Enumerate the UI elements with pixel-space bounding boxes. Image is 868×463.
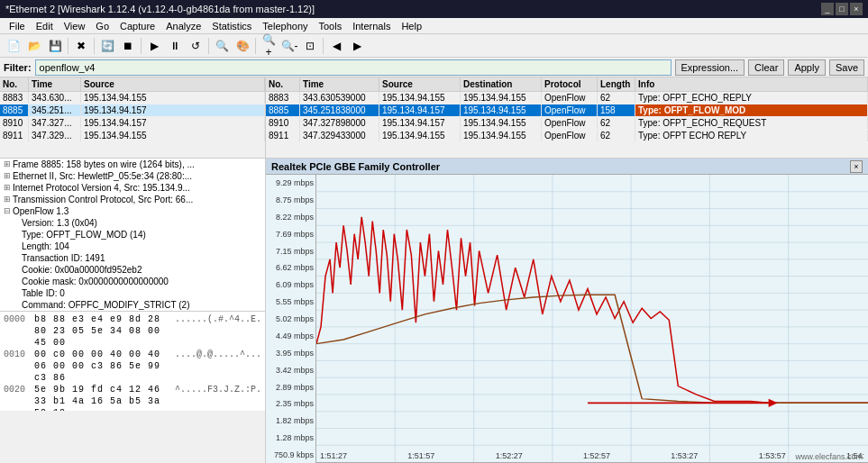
- cell-no: 8885: [266, 104, 300, 116]
- expand-icon[interactable]: ⊞: [4, 171, 13, 180]
- hex-row: 0000 b8 88 e3 e4 e9 8d 28 80 23 05 5e 34…: [4, 313, 261, 349]
- menu-file[interactable]: File: [4, 18, 31, 33]
- toolbar-colorize[interactable]: 🎨: [233, 36, 252, 56]
- y-label: 9.29 mbps: [268, 178, 314, 187]
- detail-cookie-mask[interactable]: Cookie mask: 0x0000000000000000: [0, 276, 265, 287]
- toolbar-restart[interactable]: ↺: [186, 36, 206, 56]
- toolbar-stop-capture[interactable]: ⏸: [165, 36, 185, 56]
- expand-icon[interactable]: ⊞: [4, 159, 13, 168]
- cell-src: 195.134.94.157: [379, 104, 461, 116]
- menu-statistics[interactable]: Statistics: [206, 18, 257, 33]
- detail-tcp[interactable]: ⊞ Transmission Control Protocol, Src Por…: [0, 194, 265, 205]
- menu-help[interactable]: Help: [396, 18, 427, 33]
- x-label: 1:51:57: [407, 451, 434, 460]
- menu-view[interactable]: View: [59, 18, 91, 33]
- packet-row[interactable]: 8911 347.329433000 195.134.94.155 195.13…: [266, 130, 868, 142]
- maximize-button[interactable]: □: [836, 3, 848, 15]
- menu-analyze[interactable]: Analyze: [160, 18, 206, 33]
- toolbar-forward[interactable]: ▶: [347, 36, 367, 56]
- detail-of-cookiemask: Cookie mask: 0x0000000000000000: [22, 277, 169, 286]
- menu-internals[interactable]: Internals: [347, 18, 396, 33]
- cell-time: 343.630539000: [300, 92, 379, 104]
- cell-dst: 195.134.94.155: [461, 92, 542, 104]
- expand-icon[interactable]: ⊞: [4, 195, 13, 204]
- packet-row[interactable]: 8883 343.630... 195.134.94.155: [0, 92, 265, 104]
- packet-row[interactable]: 8911 347.329... 195.134.94.155: [0, 130, 265, 142]
- watermark: www.elecfans.com: [795, 452, 863, 461]
- toolbar-reload[interactable]: 🔄: [97, 36, 117, 56]
- cell-proto: OpenFlow: [542, 104, 598, 116]
- toolbar-start-capture[interactable]: ▶: [144, 36, 164, 56]
- toolbar-back[interactable]: ◀: [326, 36, 346, 56]
- detail-txid[interactable]: Transaction ID: 1491: [0, 252, 265, 264]
- detail-of-tableid: Table ID: 0: [22, 288, 65, 298]
- toolbar-zoom-reset[interactable]: ⊡: [300, 36, 320, 56]
- detail-length[interactable]: Length: 104: [0, 241, 265, 252]
- menu-go[interactable]: Go: [90, 18, 114, 33]
- toolbar-sep-5: [255, 38, 256, 54]
- packet-row[interactable]: 8883 343.630539000 195.134.94.155 195.13…: [266, 92, 868, 104]
- cell-time: 347.327...: [29, 117, 81, 129]
- menu-telephony[interactable]: Telephony: [257, 18, 313, 33]
- col-proto: Protocol: [542, 77, 598, 91]
- y-label: 6.62 mbps: [268, 263, 314, 272]
- filter-apply-button[interactable]: Apply: [788, 59, 826, 76]
- toolbar-stop[interactable]: ⏹: [118, 36, 138, 56]
- toolbar-close[interactable]: ✖: [71, 36, 91, 56]
- close-button[interactable]: ×: [850, 3, 863, 15]
- detail-cookie[interactable]: Cookie: 0x00a00000fd952eb2: [0, 264, 265, 276]
- detail-of-length: Length: 104: [22, 241, 69, 251]
- packet-row-selected[interactable]: 8885 345.251... 195.134.94.157: [0, 104, 265, 117]
- toolbar-new[interactable]: 📄: [4, 36, 23, 56]
- detail-openflow[interactable]: ⊟ OpenFlow 1.3: [0, 205, 265, 217]
- x-axis-labels: 1:51:27 1:51:57 1:52:27 1:52:57 1:53:27 …: [316, 451, 868, 460]
- window-controls[interactable]: _ □ ×: [821, 3, 863, 15]
- expand-icon[interactable]: ⊟: [4, 206, 13, 215]
- col-no: No.: [0, 77, 29, 91]
- net-meter-chart-area: 1:51:27 1:51:57 1:52:27 1:52:57 1:53:27 …: [315, 175, 868, 463]
- cell-time: 347.327898000: [300, 117, 379, 129]
- right-panel: No. Time Source Destination Protocol Len…: [266, 77, 868, 463]
- filter-clear-button[interactable]: Clear: [748, 59, 784, 76]
- toolbar-save[interactable]: 💾: [45, 36, 65, 56]
- detail-command[interactable]: Command: OFPFC_MODIFY_STRICT (2): [0, 299, 265, 311]
- toolbar-zoom-out[interactable]: 🔍-: [279, 36, 299, 56]
- menu-tools[interactable]: Tools: [314, 18, 348, 33]
- detail-type[interactable]: Type: OFPT_FLOW_MOD (14): [0, 229, 265, 241]
- net-meter-close-button[interactable]: ×: [850, 160, 863, 173]
- right-packet-list: No. Time Source Destination Protocol Len…: [266, 77, 868, 159]
- hex-bytes: 00 c0 00 00 40 00 40 06 00 00 c3 86 5e 9…: [34, 349, 171, 384]
- col-source: Source: [379, 77, 461, 91]
- x-label: 1:53:57: [759, 451, 786, 460]
- detail-of-text: OpenFlow 1.3: [13, 206, 69, 216]
- packet-row[interactable]: 8910 347.327... 195.134.94.157: [0, 117, 265, 130]
- net-meter-title: Realtek PCIe GBE Family Controller: [271, 161, 440, 172]
- main-area: No. Time Source 8883 343.630... 195.134.…: [0, 77, 868, 463]
- toolbar-filter-exp[interactable]: 🔍: [212, 36, 232, 56]
- detail-ethernet[interactable]: ⊞ Ethernet II, Src: HewlettP_05:5e:34 (2…: [0, 170, 265, 182]
- detail-frame[interactable]: ⊞ Frame 8885: 158 bytes on wire (1264 bi…: [0, 159, 265, 170]
- cell-len: 158: [598, 104, 635, 116]
- packet-list-left: No. Time Source 8883 343.630... 195.134.…: [0, 77, 265, 159]
- filter-expression-button[interactable]: Expression...: [675, 59, 745, 76]
- filter-input[interactable]: [35, 59, 672, 76]
- hex-ascii: ......(.#.^4..E.: [175, 313, 261, 349]
- toolbar-open[interactable]: 📂: [24, 36, 44, 56]
- menu-edit[interactable]: Edit: [31, 18, 59, 33]
- col-time: Time: [300, 77, 379, 91]
- net-meter: Realtek PCIe GBE Family Controller × 9.2…: [266, 159, 868, 463]
- packet-row-selected[interactable]: 8885 345.251838000 195.134.94.157 195.13…: [266, 104, 868, 117]
- minimize-button[interactable]: _: [821, 3, 834, 15]
- filter-save-button[interactable]: Save: [829, 59, 864, 76]
- packet-detail[interactable]: ⊞ Frame 8885: 158 bytes on wire (1264 bi…: [0, 159, 265, 312]
- toolbar-zoom-in[interactable]: 🔍+: [259, 36, 279, 56]
- detail-tableid[interactable]: Table ID: 0: [0, 287, 265, 299]
- menu-capture[interactable]: Capture: [114, 18, 160, 33]
- expand-icon[interactable]: ⊞: [4, 183, 13, 192]
- cell-proto: OpenFlow: [542, 130, 598, 141]
- cell-no: 8883: [0, 92, 29, 104]
- detail-version[interactable]: Version: 1.3 (0x04): [0, 217, 265, 229]
- detail-ip[interactable]: ⊞ Internet Protocol Version 4, Src: 195.…: [0, 182, 265, 194]
- packet-row[interactable]: 8910 347.327898000 195.134.94.157 195.13…: [266, 117, 868, 130]
- x-label: 1:51:27: [320, 451, 347, 460]
